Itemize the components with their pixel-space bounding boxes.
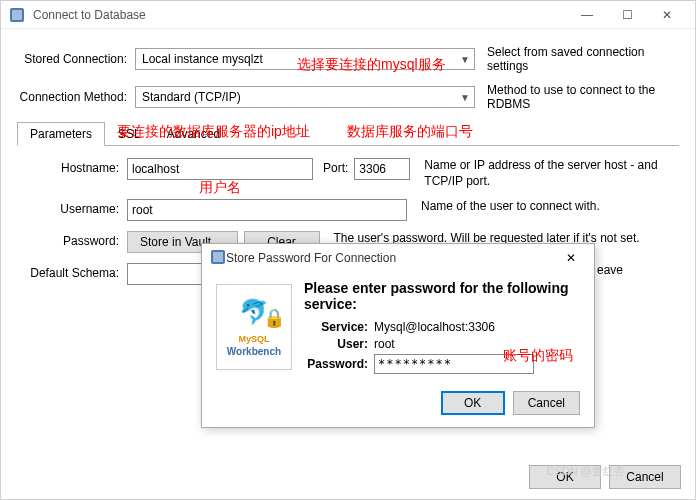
tab-ssl[interactable]: SSL xyxy=(105,122,154,146)
connection-method-desc: Method to use to connect to the RDBMS xyxy=(487,83,679,111)
titlebar: Connect to Database — ☐ ✕ xyxy=(1,1,695,29)
tabs: Parameters SSL Advanced xyxy=(17,121,679,146)
dialog-title: Store Password For Connection xyxy=(226,251,556,265)
stored-connection-select[interactable]: Local instance mysqlzt ▼ xyxy=(135,48,475,70)
user-label: User: xyxy=(304,337,374,351)
modal-password-input[interactable] xyxy=(374,354,534,374)
close-button[interactable]: ✕ xyxy=(647,1,687,29)
chevron-down-icon: ▼ xyxy=(460,54,470,65)
svg-rect-3 xyxy=(213,252,223,262)
dialog-icon xyxy=(210,249,226,268)
chevron-down-icon: ▼ xyxy=(460,92,470,103)
maximize-button[interactable]: ☐ xyxy=(607,1,647,29)
schema-help: eave xyxy=(597,263,679,279)
hostname-label: Hostname: xyxy=(17,158,127,175)
store-password-dialog: Store Password For Connection ✕ 🐬 🔒 MySQ… xyxy=(201,243,595,428)
modal-cancel-button[interactable]: Cancel xyxy=(513,391,580,415)
port-input[interactable] xyxy=(354,158,410,180)
tab-parameters[interactable]: Parameters xyxy=(17,122,105,146)
app-icon xyxy=(9,7,25,23)
dialog-close-button[interactable]: ✕ xyxy=(556,251,586,265)
dialog-heading: Please enter password for the following … xyxy=(304,280,580,312)
modal-ok-button[interactable]: OK xyxy=(441,391,505,415)
watermark: CSDN @曹红杏 xyxy=(547,464,625,479)
port-label: Port: xyxy=(313,158,354,175)
username-input[interactable] xyxy=(127,199,407,221)
tab-advanced[interactable]: Advanced xyxy=(154,122,233,146)
user-value: root xyxy=(374,337,395,351)
stored-connection-desc: Select from saved connection settings xyxy=(487,45,679,73)
hostname-help: Name or IP address of the server host - … xyxy=(424,158,679,189)
connection-method-label: Connection Method: xyxy=(17,90,135,104)
modal-password-label: Password: xyxy=(304,357,374,371)
service-label: Service: xyxy=(304,320,374,334)
stored-connection-label: Stored Connection: xyxy=(17,52,135,66)
lock-icon: 🔒 xyxy=(263,307,285,329)
connection-method-select[interactable]: Standard (TCP/IP) ▼ xyxy=(135,86,475,108)
window-title: Connect to Database xyxy=(33,8,567,22)
main-window: Connect to Database — ☐ ✕ Stored Connect… xyxy=(0,0,696,500)
workbench-logo: 🐬 🔒 MySQL Workbench xyxy=(216,284,292,370)
minimize-button[interactable]: — xyxy=(567,1,607,29)
svg-rect-1 xyxy=(12,10,22,20)
service-value: Mysql@localhost:3306 xyxy=(374,320,495,334)
username-help: Name of the user to connect with. xyxy=(421,199,679,215)
password-label: Password: xyxy=(17,231,127,248)
hostname-input[interactable] xyxy=(127,158,313,180)
username-label: Username: xyxy=(17,199,127,216)
schema-label: Default Schema: xyxy=(17,263,127,280)
